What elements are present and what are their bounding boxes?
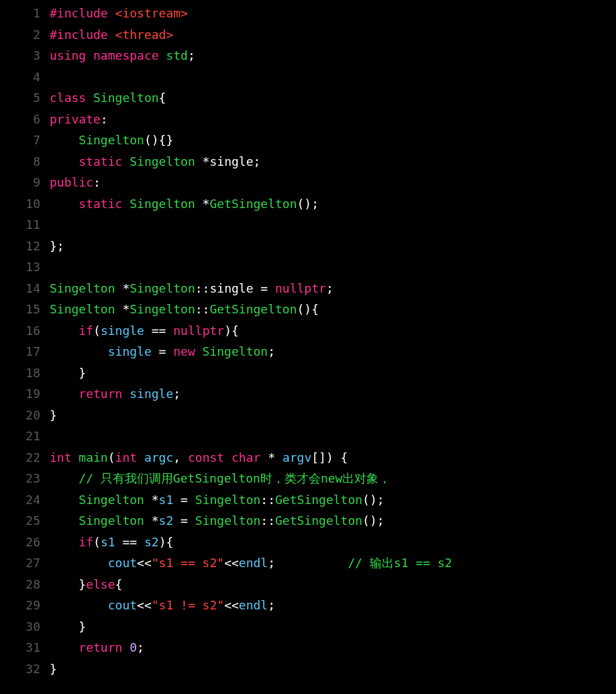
code-line[interactable] <box>50 256 616 278</box>
token-op: (){ <box>297 302 319 316</box>
token-op: = <box>152 344 174 358</box>
code-line[interactable] <box>50 66 616 88</box>
code-line[interactable]: Singelton(){} <box>50 130 616 151</box>
token-op <box>159 48 166 62</box>
code-line[interactable]: if(single == nullptr){ <box>50 320 616 342</box>
code-line[interactable]: private: <box>50 109 616 130</box>
code-line[interactable] <box>50 426 616 447</box>
code-line[interactable]: if(s1 == s2){ <box>50 532 616 553</box>
token-kw: private <box>50 112 101 126</box>
code-line[interactable]: cout<<"s1 == s2"<<endl; // 输出s1 == s2 <box>50 552 616 574</box>
token-var: cout <box>108 556 137 570</box>
token-op: ; <box>173 387 181 401</box>
token-kw: return <box>79 387 122 401</box>
code-line[interactable]: return single; <box>50 383 616 405</box>
token-var: single <box>130 387 173 401</box>
token-op: { <box>159 91 166 105</box>
token-op: ; <box>254 154 261 168</box>
line-number: 29 <box>0 595 40 616</box>
token-op: } <box>50 408 57 422</box>
token-op <box>122 154 130 168</box>
token-type: Singelton <box>79 133 144 147</box>
line-number: 23 <box>0 468 40 489</box>
code-line[interactable]: }; <box>50 236 616 257</box>
code-line[interactable]: int main(int argc, const char * argv[]) … <box>50 447 616 468</box>
token-type: Singelton <box>195 513 261 528</box>
code-line[interactable]: static Singelton *GetSingelton(); <box>50 193 616 215</box>
code-line[interactable]: } <box>50 658 616 680</box>
token-num: 0 <box>130 640 137 654</box>
code-line[interactable] <box>50 214 616 236</box>
token-var: endl <box>239 598 268 612</box>
code-line[interactable]: cout<<"s1 != s2"<<endl; <box>50 595 616 616</box>
token-kw: static <box>79 197 122 211</box>
token-op <box>50 133 79 147</box>
token-var: single <box>101 324 144 338</box>
token-pp: #include <box>50 6 115 20</box>
token-op: :: <box>260 513 275 528</box>
code-line[interactable]: static Singelton *single; <box>50 151 616 172</box>
line-number: 2 <box>0 24 40 46</box>
code-area[interactable]: #include <iostream>#include <thread>usin… <box>50 3 616 679</box>
code-line[interactable]: } <box>50 405 616 426</box>
line-number: 11 <box>0 214 40 236</box>
token-op: * <box>195 197 210 211</box>
line-number: 32 <box>0 658 40 680</box>
line-number: 24 <box>0 489 40 511</box>
line-number: 6 <box>0 109 40 130</box>
code-line[interactable]: using namespace std; <box>50 45 616 66</box>
token-kw: using <box>50 48 86 62</box>
token-op: (); <box>362 513 384 528</box>
token-kw: class <box>50 91 86 105</box>
line-number: 13 <box>0 256 40 278</box>
token-type: Singelton <box>79 493 144 507</box>
token-op: ){ <box>224 324 239 338</box>
code-line[interactable]: class Singelton{ <box>50 87 616 109</box>
code-line[interactable]: Singelton *s2 = Singelton::GetSingelton(… <box>50 510 616 532</box>
token-op: << <box>137 598 152 612</box>
token-op: :: <box>260 493 275 507</box>
code-line[interactable]: } <box>50 616 616 638</box>
code-line[interactable]: #include <thread> <box>50 24 616 46</box>
line-number: 27 <box>0 552 40 574</box>
code-line[interactable]: #include <iostream> <box>50 3 616 24</box>
token-type: Singelton <box>130 281 195 295</box>
token-type: Singelton <box>203 344 268 358</box>
token-var: cout <box>108 598 137 612</box>
token-op: ; <box>137 640 144 654</box>
token-id: single <box>209 281 253 295</box>
code-line[interactable]: return 0; <box>50 637 616 658</box>
code-line[interactable]: public: <box>50 172 616 193</box>
token-var: s1 <box>159 493 174 507</box>
code-line[interactable]: single = new Singelton; <box>50 341 616 362</box>
line-number: 17 <box>0 341 40 362</box>
token-op: , <box>173 450 188 464</box>
line-number: 22 <box>0 447 40 468</box>
token-type: Singelton <box>93 91 159 105</box>
token-op: = <box>254 281 276 295</box>
token-op: ; <box>268 556 348 570</box>
code-line[interactable]: Singelton *Singelton::single = nullptr; <box>50 278 616 299</box>
token-incb: <iostream> <box>115 6 188 20</box>
code-line[interactable]: } <box>50 362 616 384</box>
token-op: * <box>260 450 283 464</box>
code-line[interactable]: }else{ <box>50 574 616 595</box>
token-str: "s1 == s2" <box>152 556 224 570</box>
token-kw: return <box>79 640 122 654</box>
code-line[interactable]: // 只有我们调用GetSingelton时，类才会new出对象， <box>50 468 616 489</box>
token-op: ; <box>268 344 275 358</box>
token-op <box>72 450 79 464</box>
token-op: * <box>115 302 130 316</box>
token-op: * <box>115 281 130 295</box>
token-fn: GetSingelton <box>275 493 362 507</box>
line-number: 12 <box>0 236 40 257</box>
code-line[interactable]: Singelton *Singelton::GetSingelton(){ <box>50 299 616 320</box>
token-fn: GetSingelton <box>209 197 297 211</box>
line-number: 5 <box>0 87 40 109</box>
code-editor[interactable]: 1234567891011121314151617181920212223242… <box>0 0 616 679</box>
code-line[interactable]: Singelton *s1 = Singelton::GetSingelton(… <box>50 489 616 511</box>
token-cmt: // 只有我们调用GetSingelton时，类才会new出对象， <box>79 471 391 485</box>
token-id: single <box>209 154 253 168</box>
line-number: 16 <box>0 320 40 342</box>
line-number: 18 <box>0 362 40 384</box>
